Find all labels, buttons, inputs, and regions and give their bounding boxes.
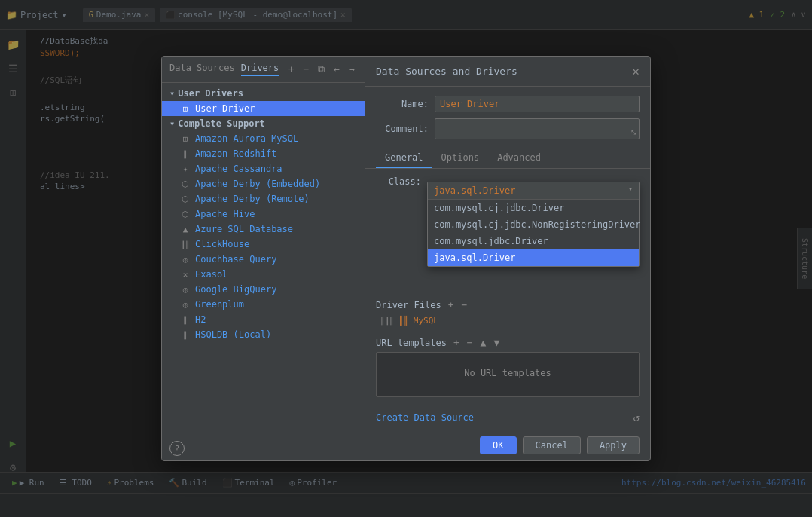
driver-icon: ⊞ (180, 134, 191, 144)
driver-icon: ⬡ (180, 210, 191, 219)
duplicate-driver-button[interactable]: ⧉ (316, 63, 327, 76)
driver-azure-sql[interactable]: ▲ Azure SQL Database (162, 222, 365, 237)
remove-url-button[interactable]: − (465, 336, 475, 349)
comment-resize-icon: ⤡ (630, 128, 636, 136)
add-driver-button[interactable]: + (286, 63, 297, 76)
name-label: Name: (376, 99, 429, 109)
driver-files-section: Driver Files + − ∥∥∥ ║║ MySQL (376, 298, 640, 327)
url-icons: + − ▲ ▼ (451, 336, 502, 349)
driver-files-header: Driver Files + − (376, 298, 640, 311)
driver-db-icon: ⊞ (180, 104, 191, 114)
dialog-title-bar: Data Sources and Drivers ✕ (365, 57, 650, 87)
driver-greenplum[interactable]: ◎ Greenplum (162, 297, 365, 312)
driver-apache-derby-embedded[interactable]: ⬡ Apache Derby (Embedded) (162, 176, 365, 191)
name-row: Name: (376, 96, 640, 112)
dialog-footer: OK Cancel Apply (365, 430, 650, 460)
mysql-bar-icon: ∥∥∥ (380, 316, 394, 326)
collapse-icon: ▾ (169, 88, 175, 99)
driver-icon: ◎ (180, 300, 191, 310)
dialog-right-panel: Data Sources and Drivers ✕ Name: Comment… (365, 57, 650, 460)
driver-icon: ✕ (180, 270, 191, 280)
modal-overlay: Data Sources Drivers + − ⧉ ← → (0, 0, 812, 517)
class-label: Class: (376, 176, 421, 187)
dialog-left-panel: Data Sources Drivers + − ⧉ ← → (162, 57, 365, 460)
user-drivers-section: ▾ User Drivers (162, 86, 365, 101)
url-section: URL templates + − ▲ ▼ No URL templates (376, 336, 640, 397)
add-url-button[interactable]: + (451, 336, 462, 349)
tab-advanced[interactable]: Advanced (488, 148, 550, 168)
data-sources-dialog: Data Sources Drivers + − ⧉ ← → (161, 56, 651, 461)
tab-data-sources[interactable]: Data Sources (169, 63, 235, 76)
driver-couchbase[interactable]: ◎ Couchbase Query (162, 252, 365, 267)
driver-apache-hive[interactable]: ⬡ Apache Hive (162, 206, 365, 222)
class-row: Class: ▾ com.mysql.cj.jdbc.Driver com (376, 176, 640, 187)
driver-file-item: ∥∥∥ ║║ MySQL (376, 314, 640, 327)
driver-icon: ∥∥ (180, 240, 191, 249)
dialog-close-button[interactable]: ✕ (632, 64, 640, 78)
ok-button[interactable]: OK (480, 436, 516, 454)
dropdown-option-4[interactable]: java.sql.Driver (428, 249, 639, 266)
left-tabs: Data Sources Drivers (169, 63, 279, 76)
tab-drivers[interactable]: Drivers (241, 63, 279, 76)
driver-clickhouse[interactable]: ∥∥ ClickHouse (162, 237, 365, 252)
left-panel-icons: + − ⧉ ← → (286, 63, 357, 76)
url-header: URL templates + − ▲ ▼ (376, 336, 640, 349)
back-button[interactable]: ← (331, 63, 342, 76)
driver-exasol[interactable]: ✕ Exasol (162, 267, 365, 282)
dropdown-option-3[interactable]: com.mysql.jdbc.Driver (428, 233, 639, 249)
refresh-icon[interactable]: ↺ (633, 411, 640, 424)
create-ds-section: Create Data Source ↺ (365, 405, 650, 430)
remove-driver-button[interactable]: − (301, 63, 312, 76)
driver-icon: ◎ (180, 255, 191, 265)
driver-icon: ∥ (180, 330, 191, 340)
left-panel-header: Data Sources Drivers + − ⧉ ← → (162, 57, 365, 83)
driver-apache-derby-remote[interactable]: ⬡ Apache Derby (Remote) (162, 191, 365, 206)
url-box: No URL templates (376, 352, 640, 397)
driver-h2[interactable]: ∥ H2 (162, 312, 365, 327)
driver-apache-cassandra[interactable]: ✦ Apache Cassandra (162, 161, 365, 176)
collapse-icon: ▾ (169, 118, 175, 129)
apply-button[interactable]: Apply (587, 436, 640, 454)
driver-icon: ∥ (180, 149, 191, 159)
driver-list: ▾ User Drivers ⊞ User Driver ▾ Complete … (162, 83, 365, 436)
driver-amazon-redshift[interactable]: ∥ Amazon Redshift (162, 146, 365, 161)
form-content: Class: ▾ com.mysql.cj.jdbc.Driver com (365, 169, 650, 405)
tab-options[interactable]: Options (432, 148, 489, 168)
driver-icon: ▲ (180, 225, 191, 234)
class-dropdown: ▾ com.mysql.cj.jdbc.Driver com.mysql.cj.… (427, 182, 640, 267)
class-search-input[interactable] (428, 182, 639, 200)
tab-general[interactable]: General (376, 148, 432, 168)
driver-google-bigquery[interactable]: ◎ Google BigQuery (162, 282, 365, 297)
driver-icon: ⬡ (180, 194, 191, 204)
dropdown-option-2[interactable]: com.mysql.cj.jdbc.NonRegisteringDriver (428, 216, 639, 233)
move-up-url-button[interactable]: ▲ (478, 336, 489, 349)
driver-files-icons: + − (446, 298, 470, 311)
dropdown-option-1[interactable]: com.mysql.cj.jdbc.Driver (428, 200, 639, 216)
comment-label: Comment: (376, 124, 429, 134)
user-driver-item[interactable]: ⊞ User Driver (162, 101, 365, 116)
left-footer: ? (162, 436, 365, 460)
move-down-url-button[interactable]: ▼ (491, 336, 502, 349)
driver-icon: ∥ (180, 315, 191, 325)
dialog-title: Data Sources and Drivers (376, 66, 517, 77)
driver-icon: ⬡ (180, 179, 191, 189)
driver-files-label: Driver Files (376, 300, 441, 311)
remove-file-button[interactable]: − (459, 298, 470, 311)
url-empty-label: No URL templates (377, 353, 639, 393)
driver-hsqldb[interactable]: ∥ HSQLDB (Local) (162, 327, 365, 342)
help-button[interactable]: ? (169, 441, 185, 456)
driver-icon: ◎ (180, 285, 191, 295)
comment-row: Comment: ⤡ (376, 118, 640, 139)
form-area: Name: Comment: ⤡ (365, 87, 650, 148)
create-data-source-link[interactable]: Create Data Source (376, 412, 474, 423)
url-templates-label: URL templates (376, 338, 447, 348)
cancel-button[interactable]: Cancel (523, 436, 581, 454)
form-tabs: General Options Advanced (365, 148, 650, 169)
add-file-button[interactable]: + (446, 298, 456, 311)
driver-icon: ✦ (180, 164, 191, 174)
driver-amazon-aurora[interactable]: ⊞ Amazon Aurora MySQL (162, 131, 365, 146)
name-input[interactable] (435, 96, 640, 112)
complete-support-section: ▾ Complete Support (162, 116, 365, 131)
forward-button[interactable]: → (346, 63, 357, 76)
